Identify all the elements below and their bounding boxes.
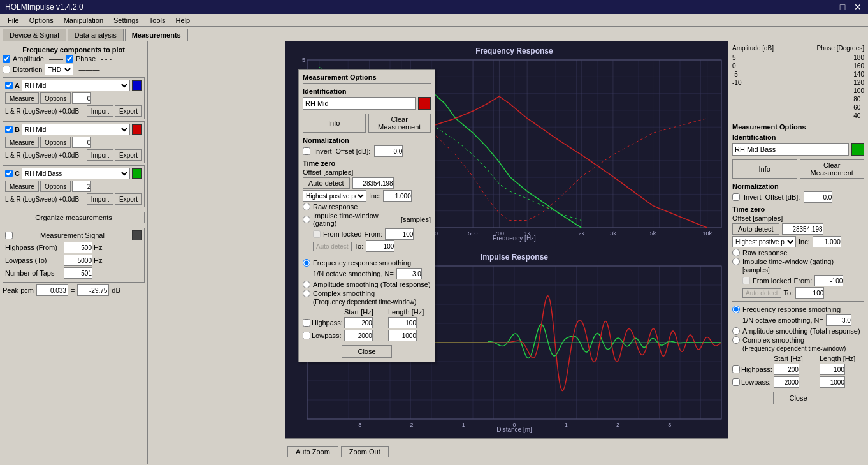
peak-value1[interactable]: [36, 284, 68, 296]
channel-a-color[interactable]: [132, 80, 142, 91]
from-input[interactable]: [385, 228, 414, 240]
channel-b-color[interactable]: [132, 124, 142, 135]
channel-a-spin[interactable]: [72, 92, 91, 104]
channel-c-spin[interactable]: [72, 181, 91, 192]
info-button[interactable]: Info: [303, 114, 366, 133]
complex-smoothing-radio[interactable]: [303, 290, 310, 297]
channel-c-export-button[interactable]: Export: [115, 193, 142, 205]
right-auto-detect2-button[interactable]: Auto detect: [742, 288, 781, 298]
thd-select[interactable]: THD: [45, 64, 73, 75]
tab-measurements[interactable]: Measurements: [125, 29, 188, 41]
raw-response-radio[interactable]: [303, 203, 310, 210]
menu-tools[interactable]: Tools: [144, 15, 171, 26]
right-amplitude-smoothing-radio[interactable]: [732, 327, 740, 335]
identification-input[interactable]: [303, 97, 416, 110]
meas-signal-checkbox[interactable]: [5, 232, 13, 239]
highest-positive-select[interactable]: Highest postive pe: [303, 190, 366, 202]
filter-lowpass-start[interactable]: [344, 330, 373, 341]
right-inc-input[interactable]: [813, 236, 841, 247]
freq-smoothing-radio[interactable]: [303, 259, 310, 267]
phase-checkbox[interactable]: [66, 55, 73, 63]
right-complex-smoothing-radio[interactable]: [732, 336, 740, 344]
tab-device-signal[interactable]: Device & Signal: [3, 29, 66, 41]
organize-measurements-button[interactable]: Organize measurements: [3, 212, 145, 223]
meas-signal-color[interactable]: [132, 230, 142, 240]
channel-c-options-button[interactable]: Options: [40, 181, 71, 192]
identification-color[interactable]: [418, 97, 431, 110]
channel-b-checkbox[interactable]: [5, 126, 13, 133]
distortion-checkbox[interactable]: [3, 66, 10, 73]
right-highest-positive-select[interactable]: Highest postive pe: [732, 236, 796, 247]
right-to-input[interactable]: [795, 287, 824, 299]
channel-c-checkbox[interactable]: [5, 170, 13, 177]
tab-data-analysis[interactable]: Data analysis: [68, 29, 124, 41]
maximize-button[interactable]: □: [837, 2, 848, 12]
right-samples-input[interactable]: [782, 223, 823, 235]
channel-b-select[interactable]: RH Mid: [22, 124, 130, 135]
right-info-button[interactable]: Info: [732, 159, 797, 179]
num-taps-input[interactable]: [64, 267, 92, 279]
right-freq-smoothing-radio[interactable]: [732, 306, 740, 313]
menu-file[interactable]: File: [3, 15, 24, 26]
close-button[interactable]: ✕: [853, 2, 863, 12]
channel-a-export-button[interactable]: Export: [115, 105, 142, 117]
channel-b-import-button[interactable]: Import: [87, 149, 113, 161]
channel-b-export-button[interactable]: Export: [115, 149, 142, 161]
impulse-gating-radio[interactable]: [303, 216, 310, 223]
menu-options[interactable]: Options: [24, 15, 59, 26]
channel-a-select[interactable]: RH Mid: [22, 80, 130, 91]
auto-detect-button[interactable]: Auto detect: [303, 177, 350, 189]
filter-highpass-length[interactable]: [388, 317, 417, 328]
right-filter-hp-start[interactable]: [774, 364, 799, 375]
auto-detect2-button[interactable]: Auto detect: [313, 242, 352, 251]
filter-highpass-checkbox[interactable]: [303, 319, 310, 327]
highpass-input[interactable]: [64, 242, 92, 253]
right-from-input[interactable]: [814, 275, 843, 286]
auto-zoom-button[interactable]: Auto Zoom: [287, 446, 338, 457]
lowpass-input[interactable]: [64, 255, 92, 266]
channel-a-import-button[interactable]: Import: [87, 105, 113, 117]
amplitude-checkbox[interactable]: [3, 55, 10, 63]
right-invert-checkbox[interactable]: [732, 193, 740, 201]
right-n-input[interactable]: [826, 314, 851, 326]
channel-b-spin[interactable]: [72, 137, 91, 148]
close-button[interactable]: Close: [342, 345, 391, 358]
channel-c-import-button[interactable]: Import: [87, 193, 113, 205]
channel-c-measure-button[interactable]: Measure: [5, 181, 39, 192]
n-input[interactable]: [396, 268, 422, 279]
offset-input[interactable]: [374, 145, 403, 157]
right-filter-lp-length[interactable]: [820, 376, 845, 388]
channel-b-options-button[interactable]: Options: [40, 137, 71, 148]
right-filter-lp-start[interactable]: [774, 376, 799, 388]
right-identification-color[interactable]: [851, 143, 864, 156]
channel-c-select[interactable]: RH Mid Bass: [22, 168, 130, 179]
right-from-locked-checkbox[interactable]: [742, 277, 750, 284]
right-filter-lp-checkbox[interactable]: [732, 378, 740, 386]
amplitude-smoothing-radio[interactable]: [303, 281, 310, 288]
channel-a-options-button[interactable]: Options: [40, 92, 71, 104]
right-clear-measurement-button[interactable]: Clear Measurement: [800, 159, 865, 179]
to-input[interactable]: [366, 240, 394, 252]
right-auto-detect-button[interactable]: Auto detect: [732, 223, 779, 235]
right-impulse-gating-radio[interactable]: [732, 258, 740, 265]
channel-c-color[interactable]: [132, 168, 142, 179]
filter-highpass-start[interactable]: [344, 317, 373, 328]
filter-lowpass-length[interactable]: [388, 330, 417, 341]
right-close-button[interactable]: Close: [773, 392, 823, 404]
samples-input[interactable]: [352, 177, 394, 189]
menu-manipulation[interactable]: Manipulation: [59, 15, 108, 26]
zoom-out-button[interactable]: Zoom Out: [341, 446, 389, 457]
filter-lowpass-checkbox[interactable]: [303, 332, 310, 339]
menu-help[interactable]: Help: [170, 15, 195, 26]
channel-a-checkbox[interactable]: [5, 82, 13, 89]
minimize-button[interactable]: —: [822, 2, 832, 12]
channel-a-measure-button[interactable]: Measure: [5, 92, 39, 104]
from-locked-checkbox[interactable]: [313, 230, 321, 238]
right-raw-response-radio[interactable]: [732, 249, 740, 256]
right-offset-input[interactable]: [804, 191, 832, 203]
right-filter-hp-checkbox[interactable]: [732, 365, 740, 373]
menu-settings[interactable]: Settings: [108, 15, 144, 26]
right-identification-input[interactable]: [732, 143, 849, 156]
clear-measurement-button[interactable]: Clear Measurement: [368, 114, 431, 133]
inc-input[interactable]: [383, 190, 412, 202]
